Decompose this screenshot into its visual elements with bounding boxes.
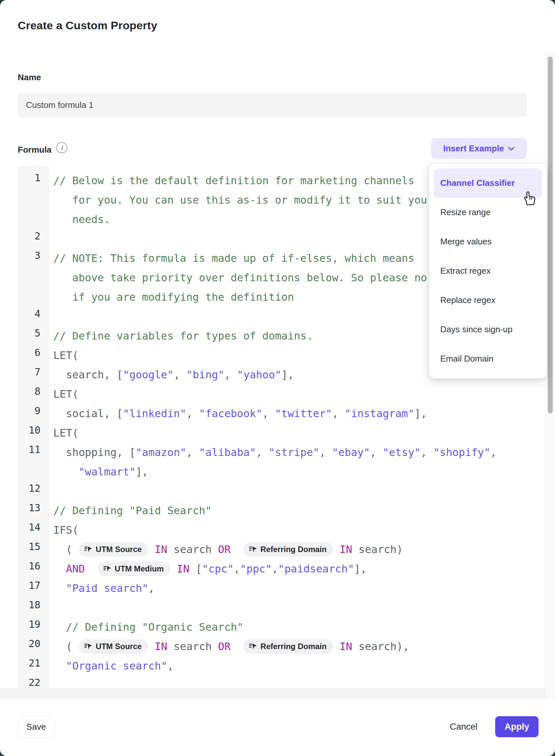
line-number: 19 bbox=[18, 617, 48, 637]
menu-item-days-since-sign-up[interactable]: Days since sign-up bbox=[434, 315, 542, 344]
line-number: 3 bbox=[18, 248, 48, 268]
code-string: "cpc" bbox=[202, 563, 234, 575]
code-text: , bbox=[148, 582, 155, 594]
code-line[interactable]: "walmart"], bbox=[53, 462, 535, 481]
code-string: "stripe" bbox=[269, 446, 319, 459]
code-comment: // Defining "Paid Search" bbox=[53, 504, 212, 517]
code-string: "ppc" bbox=[240, 563, 271, 575]
code-text bbox=[170, 563, 177, 575]
horizontal-scrollbar-track[interactable] bbox=[0, 688, 555, 698]
code-text: , bbox=[319, 446, 332, 459]
field-chip[interactable]: UTM Source bbox=[79, 542, 148, 557]
code-line[interactable]: social, ["linkedin", "facebook", "twitte… bbox=[53, 404, 535, 423]
line-number bbox=[18, 268, 48, 287]
code-text bbox=[231, 640, 244, 653]
code-line[interactable]: LET( bbox=[53, 423, 535, 442]
page-title: Create a Custom Property bbox=[18, 19, 157, 32]
code-text: social, [ bbox=[53, 407, 123, 420]
code-string: "linkedin" bbox=[123, 407, 186, 420]
code-line[interactable]: IFS( bbox=[53, 520, 535, 540]
field-chip[interactable]: UTM Source bbox=[79, 639, 148, 654]
code-text: ( bbox=[53, 543, 79, 556]
code-text: LET( bbox=[53, 349, 79, 362]
code-line[interactable]: // Defining "Paid Search" bbox=[53, 501, 535, 520]
code-text: , bbox=[490, 446, 497, 459]
field-chip[interactable]: Referring Domain bbox=[243, 542, 333, 557]
line-number: 16 bbox=[18, 559, 48, 579]
code-line[interactable] bbox=[53, 675, 535, 689]
line-number bbox=[18, 462, 48, 481]
code-keyword: OR bbox=[218, 640, 231, 653]
code-line[interactable]: "Organic search", bbox=[53, 656, 535, 675]
code-text bbox=[53, 582, 66, 594]
code-line[interactable]: "Paid search", bbox=[53, 579, 535, 598]
code-line[interactable]: ( UTM Source IN search OR Referring Doma… bbox=[53, 637, 535, 656]
line-number: 4 bbox=[18, 307, 48, 326]
code-line[interactable]: // Defining "Organic Search" bbox=[53, 617, 535, 637]
name-input[interactable] bbox=[18, 93, 527, 117]
field-chip-icon bbox=[249, 642, 257, 651]
code-text: ], bbox=[414, 407, 427, 420]
menu-item-email-domain[interactable]: Email Domain bbox=[434, 344, 542, 373]
save-button[interactable]: Save bbox=[18, 716, 54, 738]
cancel-button[interactable]: Cancel bbox=[440, 716, 486, 738]
line-number: 13 bbox=[18, 501, 48, 520]
vertical-scrollbar-thumb[interactable] bbox=[548, 56, 553, 413]
field-chip[interactable]: Referring Domain bbox=[243, 639, 333, 654]
code-text bbox=[148, 640, 155, 653]
code-keyword: IN bbox=[340, 543, 352, 556]
code-text: search bbox=[167, 543, 218, 556]
code-keyword: OR bbox=[218, 543, 231, 556]
line-number bbox=[18, 209, 48, 229]
code-string: "ebay" bbox=[332, 446, 370, 459]
menu-item-merge-values[interactable]: Merge values bbox=[434, 227, 542, 256]
code-keyword: IN bbox=[155, 543, 167, 556]
line-number: 8 bbox=[18, 384, 48, 404]
menu-item-extract-regex[interactable]: Extract regex bbox=[434, 256, 542, 285]
code-text: ], bbox=[135, 466, 148, 478]
info-icon[interactable]: i bbox=[56, 142, 68, 153]
code-string: "walmart" bbox=[79, 466, 135, 478]
code-text: , bbox=[271, 563, 278, 575]
field-chip-label: UTM Medium bbox=[115, 564, 164, 573]
code-text bbox=[53, 563, 66, 575]
code-text: search), bbox=[352, 640, 409, 653]
field-chip-icon bbox=[84, 545, 92, 554]
code-line[interactable]: AND UTM Medium IN ["cpc","ppc","paidsear… bbox=[53, 559, 535, 579]
line-number: 2 bbox=[18, 229, 48, 248]
code-line[interactable]: ( UTM Source IN search OR Referring Doma… bbox=[53, 540, 535, 559]
code-comment: if you are modifying the definition bbox=[53, 291, 294, 303]
code-text bbox=[53, 466, 79, 478]
line-number: 12 bbox=[18, 481, 48, 501]
line-number bbox=[18, 190, 48, 209]
code-string: "Paid search" bbox=[66, 582, 148, 594]
code-text: search bbox=[167, 640, 218, 653]
code-text: , bbox=[262, 407, 275, 420]
code-comment: needs. bbox=[53, 213, 110, 226]
name-label: Name bbox=[18, 72, 41, 83]
code-keyword: IN bbox=[177, 563, 189, 575]
code-text: , bbox=[224, 368, 237, 381]
code-text: [ bbox=[189, 563, 202, 575]
code-line[interactable] bbox=[53, 598, 535, 617]
code-text: , bbox=[421, 446, 433, 459]
cursor-pointer-icon bbox=[521, 190, 537, 207]
field-chip[interactable]: UTM Medium bbox=[98, 562, 170, 576]
code-line[interactable]: shopping, ["amazon", "alibaba", "stripe"… bbox=[53, 442, 535, 462]
field-chip-icon bbox=[84, 642, 92, 651]
line-number: 7 bbox=[18, 365, 48, 384]
code-line[interactable]: LET( bbox=[53, 384, 535, 404]
insert-example-button[interactable]: Insert Example bbox=[431, 138, 527, 159]
code-line[interactable] bbox=[53, 481, 535, 501]
vertical-scrollbar-track[interactable] bbox=[545, 53, 555, 698]
apply-button[interactable]: Apply bbox=[495, 716, 539, 737]
menu-item-replace-regex[interactable]: Replace regex bbox=[434, 285, 542, 315]
code-string: "alibaba" bbox=[199, 446, 256, 459]
code-text: ], bbox=[354, 563, 367, 575]
field-chip-icon bbox=[103, 564, 112, 573]
line-number: 5 bbox=[18, 326, 48, 346]
code-text bbox=[333, 640, 339, 653]
line-number: 18 bbox=[18, 598, 48, 617]
code-text: search, [ bbox=[53, 368, 123, 381]
code-text: search) bbox=[352, 543, 403, 556]
